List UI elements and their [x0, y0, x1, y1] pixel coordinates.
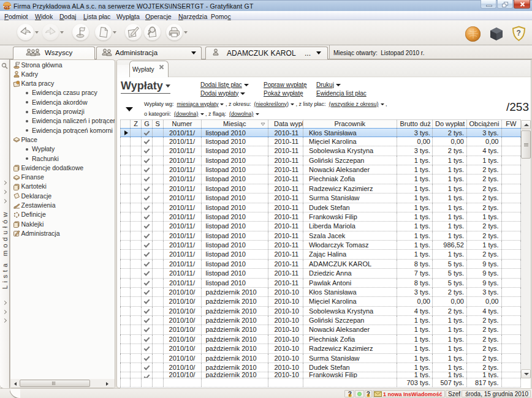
svg-text:?: ? — [367, 391, 370, 397]
svg-text:GT: GT — [4, 6, 10, 10]
svg-text:?: ? — [348, 391, 352, 397]
svg-text:?: ? — [517, 29, 521, 37]
